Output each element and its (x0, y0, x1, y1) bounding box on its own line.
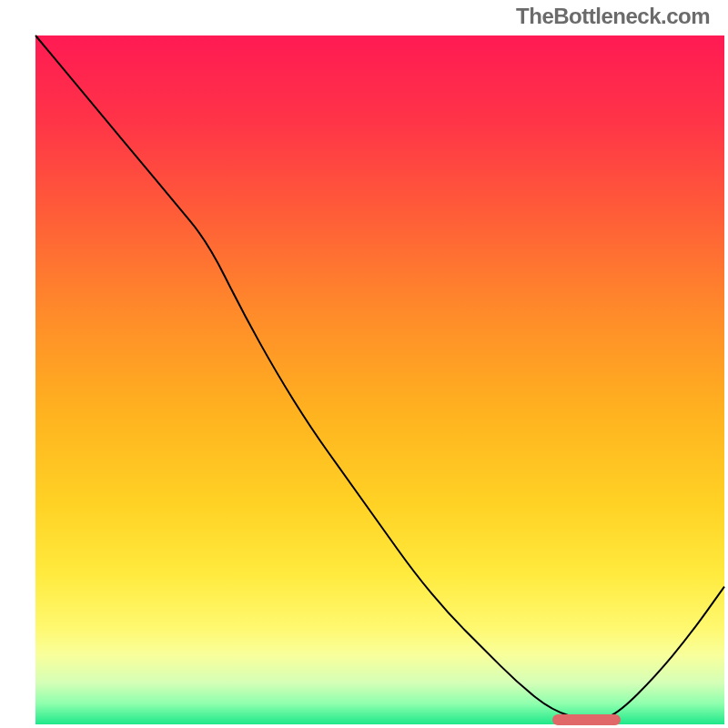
watermark-text: TheBottleneck.com (516, 4, 710, 29)
bottleneck-curve (35, 35, 724, 724)
chart-area (35, 35, 724, 724)
optimal-range-marker (552, 714, 622, 725)
